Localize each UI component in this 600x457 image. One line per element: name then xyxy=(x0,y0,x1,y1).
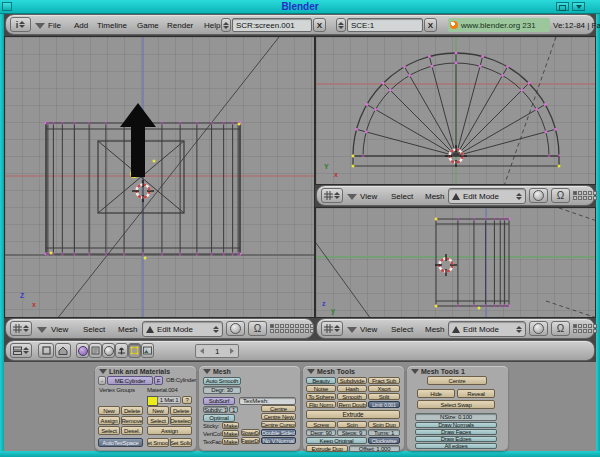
steps-field[interactable]: Steps: 9 xyxy=(337,429,367,436)
vgroup-delete-button[interactable]: Delete xyxy=(121,406,143,415)
logic-context-button[interactable] xyxy=(76,343,89,358)
layer-cell[interactable] xyxy=(295,324,299,328)
draw-type-button[interactable] xyxy=(226,321,245,336)
layer-cell[interactable] xyxy=(290,324,294,328)
turns-field[interactable]: Turns: 1 xyxy=(368,429,400,436)
menu-mesh[interactable]: Mesh xyxy=(425,192,445,201)
layer-cell[interactable] xyxy=(583,329,587,333)
menu-view[interactable]: View xyxy=(51,325,68,334)
vgroup-assign-button[interactable]: Assign xyxy=(98,416,120,425)
pivot-button[interactable]: Ω xyxy=(248,321,267,336)
mode-dropdown[interactable]: Edit Mode xyxy=(142,321,223,337)
material-select-button[interactable]: Select xyxy=(147,416,169,425)
layer-cell[interactable] xyxy=(578,324,582,328)
reveal-button[interactable]: Reveal xyxy=(457,389,495,398)
texface-make-button[interactable]: Make xyxy=(222,438,239,445)
window-type-button[interactable] xyxy=(10,343,32,358)
spin-button[interactable]: Spin xyxy=(337,421,367,428)
faster-draw-button[interactable]: FasterDr xyxy=(241,437,260,444)
menu-mesh[interactable]: Mesh xyxy=(118,325,138,334)
beauty-toggle[interactable]: Beauty xyxy=(306,377,336,384)
layer-cell[interactable] xyxy=(573,324,577,328)
degr90-field[interactable]: Degr: 90 xyxy=(306,429,336,436)
fract-subdivide-button[interactable]: Fract Sub xyxy=(368,377,400,384)
subdivide-button[interactable]: Subdivide xyxy=(337,377,367,384)
all-edges-toggle[interactable]: All edges xyxy=(415,443,497,449)
hide-button[interactable]: Hide xyxy=(417,389,455,398)
viewport-type-button[interactable] xyxy=(321,188,343,203)
window-menu-button[interactable] xyxy=(2,2,12,11)
object-context-button[interactable] xyxy=(115,343,128,358)
shading-context-button[interactable] xyxy=(102,343,115,358)
layer-cell[interactable] xyxy=(578,196,582,200)
frame-next-icon[interactable] xyxy=(230,348,234,354)
layer-cell[interactable] xyxy=(588,324,592,328)
collapse-menus-icon[interactable] xyxy=(347,194,357,200)
no-vnormal-flip-toggle[interactable]: No V.Normal xyxy=(261,437,296,444)
window-titlebar[interactable]: Blender xyxy=(0,0,600,14)
menu-select[interactable]: Select xyxy=(391,325,413,334)
script-context-button[interactable] xyxy=(89,343,102,358)
mesh-name-field[interactable]: ME:Cylinder xyxy=(107,376,153,385)
layer-cell[interactable] xyxy=(275,324,279,328)
screen-name-field[interactable]: SCR:screen.001 xyxy=(232,18,312,32)
material-assign-button[interactable]: Assign xyxy=(147,426,192,435)
layer-cell[interactable] xyxy=(280,324,284,328)
material-new-button[interactable]: New xyxy=(147,406,169,415)
layer-cell[interactable] xyxy=(310,329,314,333)
degr-slider[interactable]: Degr: 30 xyxy=(203,386,241,394)
layer-cell[interactable] xyxy=(573,196,577,200)
layer-cell[interactable] xyxy=(290,329,294,333)
centre-button[interactable]: Centre xyxy=(427,376,487,385)
viewport-top[interactable]: Y x xyxy=(315,36,596,185)
slower-draw-button[interactable]: SlowerDr xyxy=(241,429,260,436)
draw-faces-toggle[interactable]: Draw Faces xyxy=(415,429,497,435)
auto-smooth-toggle[interactable]: Auto Smooth xyxy=(203,377,241,385)
layer-buttons[interactable] xyxy=(573,324,597,333)
pivot-button[interactable]: Ω xyxy=(551,188,570,203)
set-solid-button[interactable]: Set Solid xyxy=(170,438,192,447)
layer-cell[interactable] xyxy=(588,191,592,195)
frame-prev-icon[interactable] xyxy=(200,348,204,354)
centre-new-button[interactable]: Centre New xyxy=(261,413,296,420)
subdiv-field[interactable]: Subdiv: 1 xyxy=(203,406,228,413)
keep-original-toggle[interactable]: Keep Original xyxy=(306,437,367,444)
screen-delete-button[interactable]: X xyxy=(313,18,326,32)
viewport-front[interactable]: Z x xyxy=(4,36,315,318)
viewport-type-button[interactable] xyxy=(10,321,32,336)
scene-context-button[interactable] xyxy=(141,343,154,358)
layer-cell[interactable] xyxy=(310,324,314,328)
window-type-button[interactable]: i xyxy=(10,17,31,32)
optimal-toggle[interactable]: Optimal xyxy=(203,414,235,422)
panel-collapse-icon[interactable] xyxy=(99,369,107,374)
window-shade-button[interactable] xyxy=(572,2,585,11)
screen-browse-button[interactable] xyxy=(221,18,231,32)
layer-cell[interactable] xyxy=(578,191,582,195)
mesh-browse-button[interactable]: - xyxy=(98,376,106,385)
menu-game[interactable]: Game xyxy=(137,21,159,30)
menu-file[interactable]: File xyxy=(48,21,61,30)
collapse-menus-icon[interactable] xyxy=(37,327,47,333)
texmesh-field[interactable]: TexMesh: xyxy=(239,397,296,405)
flip-normals-button[interactable]: Flip Norm xyxy=(306,401,336,408)
menu-view[interactable]: View xyxy=(360,325,377,334)
panels-view-button[interactable] xyxy=(38,343,54,358)
layer-cell[interactable] xyxy=(280,329,284,333)
menu-timeline[interactable]: Timeline xyxy=(97,21,127,30)
menu-add[interactable]: Add xyxy=(74,21,88,30)
mode-dropdown[interactable]: Edit Mode xyxy=(448,321,526,337)
panel-collapse-icon[interactable] xyxy=(307,369,315,374)
noise-button[interactable]: Noise xyxy=(306,385,336,392)
frame-number-field[interactable]: 1 xyxy=(195,344,239,358)
xsort-button[interactable]: Xsort xyxy=(368,385,400,392)
layer-buttons[interactable] xyxy=(573,191,597,200)
menu-help[interactable]: Help xyxy=(204,21,220,30)
layer-cell[interactable] xyxy=(275,329,279,333)
layer-cell[interactable] xyxy=(270,329,274,333)
pivot-button[interactable]: Ω xyxy=(551,321,570,336)
draw-type-button[interactable] xyxy=(529,188,548,203)
material-delete-button[interactable]: Delete xyxy=(170,406,192,415)
layer-cell[interactable] xyxy=(270,324,274,328)
mode-dropdown[interactable]: Edit Mode xyxy=(448,188,526,204)
hash-button[interactable]: Hash xyxy=(337,385,367,392)
